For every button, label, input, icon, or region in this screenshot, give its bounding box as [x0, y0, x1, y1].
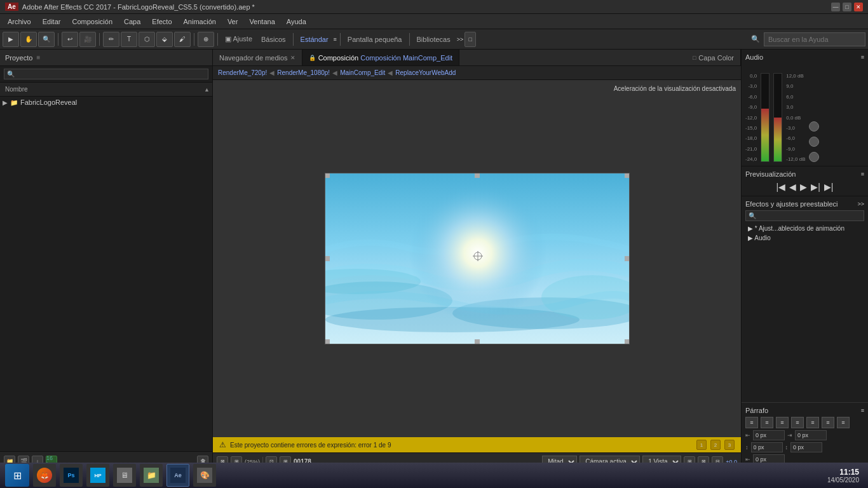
goto-end-button[interactable]: ▶|: [824, 182, 834, 192]
tool-pen[interactable]: ✏: [103, 32, 119, 47]
handle-bottom-mid[interactable]: [475, 339, 480, 344]
justify-left-btn[interactable]: ≡: [791, 417, 804, 428]
search-input[interactable]: [764, 32, 865, 46]
windows-icon: ⊞: [13, 470, 22, 482]
project-item-fabriclogoreveal[interactable]: ▶ 📁 FabricLogoReveal: [0, 97, 212, 108]
handle-left-mid[interactable]: [325, 256, 330, 261]
tool-paint[interactable]: 🖌: [174, 32, 191, 47]
tool-camera[interactable]: 🎥: [79, 32, 96, 47]
para-indent-row-2: ↕ ↕: [745, 442, 864, 452]
handle-right-mid[interactable]: [625, 256, 630, 261]
tool-puppet[interactable]: ⊕: [198, 32, 214, 47]
explorer-btn[interactable]: 📁: [140, 464, 163, 487]
workspace-menu-icon[interactable]: ≡: [334, 36, 337, 43]
handle-top-mid[interactable]: [475, 173, 480, 178]
tool-hand[interactable]: ✋: [20, 32, 37, 47]
menu-editar[interactable]: Editar: [37, 17, 66, 27]
db-r-1: 9,0: [786, 83, 805, 89]
tool-rotate[interactable]: ↩: [62, 32, 78, 47]
color-btn[interactable]: 🎨: [193, 464, 216, 487]
effects-menu-icon[interactable]: >>: [857, 201, 864, 207]
bc-maincomp[interactable]: MainComp_Edit: [340, 69, 385, 76]
menu-archivo[interactable]: Archivo: [3, 17, 36, 27]
tool-select[interactable]: ▶: [3, 32, 19, 47]
menu-capa[interactable]: Capa: [119, 17, 146, 27]
para-space-after-input[interactable]: [790, 442, 822, 452]
photoshop-icon: Ps: [64, 468, 79, 483]
menu-ver[interactable]: Ver: [222, 17, 243, 27]
audio-menu-icon[interactable]: ≡: [861, 54, 864, 60]
para-menu-icon[interactable]: ≡: [861, 407, 864, 414]
para-header: Párrafo ≡: [745, 407, 864, 414]
align-right-btn[interactable]: ≡: [776, 417, 789, 428]
tool-shape[interactable]: ⬡: [139, 32, 155, 47]
main-area: Proyecto ≡ Nombre ▲ ▶ 📁 FabricLogoReveal…: [0, 50, 868, 470]
aftereffects-btn[interactable]: Ae: [166, 464, 189, 487]
para-space-before-input[interactable]: [751, 442, 783, 452]
tool-text[interactable]: T: [121, 32, 137, 47]
effects-item-animation[interactable]: ▶ * Ajust...ablecidos de animación: [745, 224, 864, 233]
bc-replaceweb[interactable]: ReplaceYourWebAdd: [395, 69, 456, 76]
tab-capa-color[interactable]: □ Capa Color: [686, 50, 741, 66]
handle-bottom-left[interactable]: [325, 339, 330, 344]
indent-right-input[interactable]: [795, 430, 827, 440]
audio-knob-3[interactable]: [809, 152, 819, 162]
minimize-button[interactable]: —: [831, 3, 840, 11]
handle-bottom-right[interactable]: [625, 339, 630, 344]
workspace-standard[interactable]: Estándar: [297, 36, 332, 43]
menu-ventana[interactable]: Ventana: [244, 17, 280, 27]
align-left-btn[interactable]: ≡: [745, 417, 758, 428]
indent-left-input[interactable]: [753, 430, 785, 440]
workspace-manage[interactable]: □: [465, 32, 476, 47]
db-8: -24,0: [745, 156, 757, 162]
audio-knob-2[interactable]: [809, 137, 819, 147]
error-btn-3[interactable]: 3: [724, 440, 735, 450]
menu-composicion[interactable]: Composición: [67, 17, 118, 27]
goto-start-button[interactable]: |◀: [776, 182, 786, 192]
error-btn-2[interactable]: 2: [710, 440, 721, 450]
hp-btn[interactable]: HP: [86, 464, 109, 487]
justify-center-btn[interactable]: ≡: [806, 417, 819, 428]
error-btn-1[interactable]: 1: [696, 440, 707, 450]
handle-top-right[interactable]: [625, 173, 630, 178]
handle-top-left[interactable]: [325, 173, 330, 178]
maximize-button[interactable]: □: [843, 3, 851, 11]
workspace-small[interactable]: Pantalla pequeña: [344, 36, 406, 43]
project-list-header: Nombre ▲: [0, 83, 212, 97]
project-menu-icon[interactable]: ≡: [36, 54, 40, 61]
effects-expand-icon: ▶: [748, 225, 755, 232]
prev-frame-button[interactable]: ◀: [789, 182, 796, 192]
bc-renderme720[interactable]: RenderMe_720p!: [218, 69, 267, 76]
effects-search-input[interactable]: [745, 210, 864, 221]
project-sort-icon[interactable]: ▲: [204, 86, 210, 93]
menu-ayuda[interactable]: Ayuda: [281, 17, 311, 27]
close-button[interactable]: ✕: [854, 3, 863, 11]
next-frame-button[interactable]: ▶|: [811, 182, 820, 192]
tab-comp-maincomp[interactable]: 🔒 Composición Composición MainComp_Edit: [302, 50, 460, 66]
preview-menu-icon[interactable]: ≡: [861, 171, 864, 177]
photoshop-btn[interactable]: Ps: [60, 464, 83, 487]
audio-header: Audio ≡: [745, 53, 864, 61]
align-center-btn[interactable]: ≡: [761, 417, 773, 428]
tool-zoom[interactable]: 🔍: [38, 32, 55, 47]
firefox-btn[interactable]: 🦊: [33, 464, 56, 487]
effects-item-audio[interactable]: ▶ Audio: [745, 233, 864, 243]
project-search-input[interactable]: [4, 69, 208, 79]
justify-all-btn[interactable]: ≡: [837, 417, 850, 428]
bc-sep-1: ◀: [269, 69, 275, 76]
tab-nav-close[interactable]: ✕: [290, 55, 295, 61]
tool-mask[interactable]: ⬙: [156, 32, 173, 47]
audio-knob-1[interactable]: [809, 121, 819, 132]
tab-nav-medios[interactable]: Navegador de medios ✕: [213, 50, 302, 66]
start-button[interactable]: ⊞: [5, 464, 29, 487]
menu-animacion[interactable]: Animación: [179, 17, 221, 27]
libraries-label[interactable]: Bibliotecas: [413, 36, 454, 43]
desktop-btn[interactable]: 🖥: [113, 464, 136, 487]
workspace-basic[interactable]: Básicos: [257, 36, 290, 43]
toolbar-more[interactable]: >>: [457, 36, 464, 43]
justify-right-btn[interactable]: ≡: [822, 417, 834, 428]
toolbar-sep-2: [99, 33, 100, 46]
menu-efecto[interactable]: Efecto: [147, 17, 177, 27]
bc-renderme1080[interactable]: RenderMe_1080p!: [277, 69, 330, 76]
play-button[interactable]: ▶: [800, 182, 807, 192]
